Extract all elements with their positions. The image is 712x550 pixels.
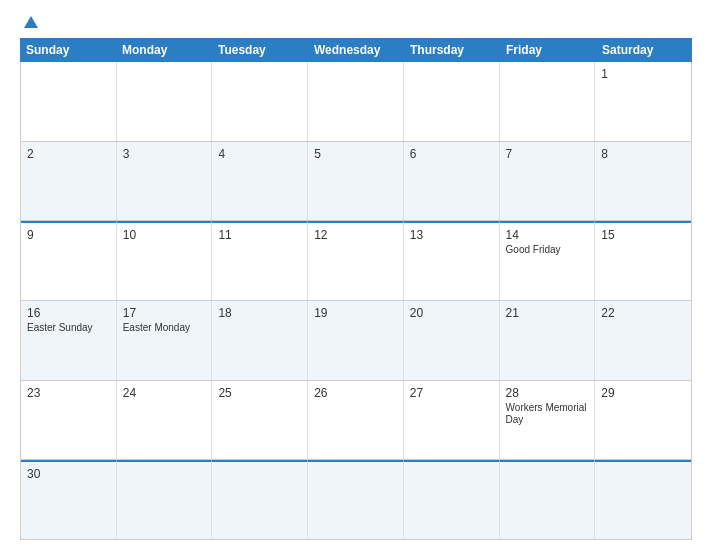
day-number: 9 [27,228,110,242]
calendar-cell: 30 [21,460,117,539]
logo-blue-text [20,16,38,28]
calendar-cell [212,460,308,539]
calendar-cell [308,460,404,539]
calendar-cell: 19 [308,301,404,380]
day-header-thursday: Thursday [404,38,500,62]
day-number: 5 [314,147,397,161]
day-number: 2 [27,147,110,161]
day-number: 13 [410,228,493,242]
calendar-cell [500,62,596,141]
calendar-cell: 9 [21,221,117,300]
day-number: 6 [410,147,493,161]
day-number: 7 [506,147,589,161]
calendar-cell [117,62,213,141]
calendar-cell: 5 [308,142,404,221]
day-number: 15 [601,228,685,242]
day-number: 14 [506,228,589,242]
day-number: 22 [601,306,685,320]
day-number: 1 [601,67,685,81]
calendar-cell: 26 [308,381,404,460]
calendar-cell: 18 [212,301,308,380]
calendar-cell: 14Good Friday [500,221,596,300]
calendar-cell: 4 [212,142,308,221]
calendar-cell [212,62,308,141]
calendar-cell: 22 [595,301,691,380]
day-number: 18 [218,306,301,320]
calendar-cell: 2 [21,142,117,221]
day-number: 25 [218,386,301,400]
calendar-cell: 20 [404,301,500,380]
calendar-cell: 28Workers Memorial Day [500,381,596,460]
calendar-cell [404,62,500,141]
calendar-cell: 21 [500,301,596,380]
holiday-label: Good Friday [506,244,589,256]
calendar-cell: 15 [595,221,691,300]
calendar-cell: 25 [212,381,308,460]
day-number: 10 [123,228,206,242]
calendar-cell: 6 [404,142,500,221]
calendar-week-1: 1 [21,62,691,142]
calendar-cell [117,460,213,539]
day-number: 4 [218,147,301,161]
day-header-wednesday: Wednesday [308,38,404,62]
day-number: 27 [410,386,493,400]
calendar-grid: 1234567891011121314Good Friday1516Easter… [20,62,692,540]
calendar-cell: 10 [117,221,213,300]
holiday-label: Workers Memorial Day [506,402,589,426]
day-number: 16 [27,306,110,320]
day-number: 11 [218,228,301,242]
calendar-container: SundayMondayTuesdayWednesdayThursdayFrid… [0,0,712,550]
day-number: 29 [601,386,685,400]
day-header-saturday: Saturday [596,38,692,62]
day-number: 30 [27,467,110,481]
calendar-week-4: 16Easter Sunday17Easter Monday1819202122 [21,301,691,381]
calendar-cell [21,62,117,141]
day-number: 17 [123,306,206,320]
day-number: 26 [314,386,397,400]
calendar-week-5: 232425262728Workers Memorial Day29 [21,381,691,461]
day-header-sunday: Sunday [20,38,116,62]
holiday-label: Easter Monday [123,322,206,334]
calendar-cell: 13 [404,221,500,300]
calendar-cell: 27 [404,381,500,460]
calendar-cell: 11 [212,221,308,300]
calendar-cell [404,460,500,539]
day-headers-row: SundayMondayTuesdayWednesdayThursdayFrid… [20,38,692,62]
calendar-cell [500,460,596,539]
day-header-friday: Friday [500,38,596,62]
calendar-cell: 8 [595,142,691,221]
day-header-tuesday: Tuesday [212,38,308,62]
day-number: 20 [410,306,493,320]
day-number: 8 [601,147,685,161]
calendar-week-3: 91011121314Good Friday15 [21,221,691,301]
holiday-label: Easter Sunday [27,322,110,334]
calendar-cell: 7 [500,142,596,221]
day-number: 23 [27,386,110,400]
calendar-cell: 12 [308,221,404,300]
calendar-week-2: 2345678 [21,142,691,222]
calendar-cell: 1 [595,62,691,141]
day-number: 24 [123,386,206,400]
calendar-cell: 16Easter Sunday [21,301,117,380]
day-number: 3 [123,147,206,161]
calendar-cell [308,62,404,141]
calendar-cell: 23 [21,381,117,460]
calendar-cell: 17Easter Monday [117,301,213,380]
calendar-header [20,16,692,28]
day-number: 28 [506,386,589,400]
calendar-cell: 24 [117,381,213,460]
day-number: 21 [506,306,589,320]
calendar-cell: 3 [117,142,213,221]
logo [20,16,38,28]
day-number: 19 [314,306,397,320]
calendar-week-6: 30 [21,460,691,540]
calendar-cell: 29 [595,381,691,460]
day-header-monday: Monday [116,38,212,62]
logo-triangle-icon [24,16,38,28]
calendar-cell [595,460,691,539]
day-number: 12 [314,228,397,242]
